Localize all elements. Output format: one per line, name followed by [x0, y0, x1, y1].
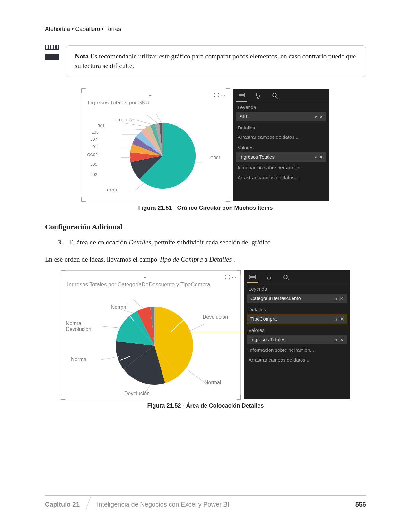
svg-rect-26 — [250, 278, 256, 279]
pie-label: Normal — [71, 357, 88, 362]
svg-line-7 — [125, 123, 148, 127]
pie-label: Normal — [66, 321, 83, 326]
figure-caption: Figura 21.52 - Área de Colocación Detall… — [45, 403, 366, 409]
svg-line-9 — [147, 115, 158, 124]
svg-line-24 — [133, 300, 144, 309]
pie-label: Devolución — [124, 391, 150, 396]
note-block: Nota Es recomendable utilizar este gráfi… — [45, 45, 366, 77]
pie-chart-card-2: ≡ ⛶ ··· Ingresos Totales por CategoríaDe… — [61, 270, 241, 399]
pie-label: Normal — [111, 305, 127, 310]
tooltip-header: Información sobre herramien... — [244, 345, 334, 355]
format-tab-icon[interactable] — [254, 92, 263, 100]
focus-mode-icon[interactable]: ⛶ — [214, 92, 219, 98]
details-placeholder[interactable]: Arrastrar campos de datos ... — [233, 132, 329, 142]
list-text: El área de colocación — [69, 238, 128, 246]
text: a — [205, 255, 209, 263]
format-tab-icon[interactable] — [265, 274, 274, 281]
svg-line-21 — [101, 356, 119, 360]
focus-mode-icon[interactable]: ⛶ — [225, 274, 230, 279]
details-header: Detalles — [233, 122, 329, 132]
more-options-icon[interactable]: ··· — [232, 274, 236, 279]
drag-handle-icon[interactable]: ≡ — [66, 274, 225, 279]
chapter-label: Capítulo 21 — [45, 501, 89, 508]
page-footer: Capítulo 21 Inteligencia de Negocios con… — [45, 495, 366, 508]
analytics-tab-icon[interactable] — [271, 92, 279, 100]
chip-label: Ingresos Totales — [250, 337, 285, 342]
text-italic: Detalles — [209, 255, 232, 263]
chip-label: TipoCompra — [250, 316, 277, 322]
chart-title: Ingresos Totales por SKU — [84, 99, 227, 107]
book-title: Inteligencia de Negocios con Excel y Pow… — [89, 501, 355, 508]
pie-label: L07 — [90, 137, 97, 142]
analytics-tab-icon[interactable] — [282, 274, 290, 281]
pie-label: L05 — [90, 162, 97, 167]
text: . — [233, 255, 235, 263]
pie-label: Devolución — [66, 326, 91, 332]
visualization-panel-2: Leyenda CategoríaDeDescuento ▼✕ Detalles… — [244, 270, 350, 399]
panel-tabs — [233, 89, 329, 101]
svg-line-8 — [130, 118, 153, 124]
svg-rect-25 — [250, 275, 256, 276]
remove-icon[interactable]: ✕ — [340, 296, 344, 301]
page-number: 556 — [355, 501, 366, 508]
pie-label: Devolución — [203, 314, 228, 320]
more-options-icon[interactable]: ··· — [221, 92, 225, 98]
svg-line-14 — [276, 97, 278, 99]
details-header: Detalles — [244, 304, 350, 314]
visualization-panel-1: Leyenda SKU ▼✕ Detalles Arrastrar campos… — [233, 89, 329, 201]
pie-label: Normal — [205, 380, 221, 386]
chevron-down-icon[interactable]: ▼ — [335, 338, 338, 342]
remove-icon[interactable]: ✕ — [319, 155, 323, 160]
svg-line-28 — [287, 279, 289, 280]
pie-label: C11 — [115, 118, 123, 122]
pie-label: CC01 — [107, 188, 118, 192]
list-number: 3. — [58, 238, 63, 246]
details-chip-highlight[interactable]: TipoCompra ▼✕ — [247, 314, 347, 324]
chart-title: Ingresos Totales por CategoríaDeDescuent… — [64, 281, 238, 289]
pie-label: CB01 — [210, 155, 221, 160]
tooltip-placeholder[interactable]: Arrastrar campos de datos ... — [233, 172, 329, 182]
figure-21-52: ≡ ⛶ ··· Ingresos Totales por CategoríaDe… — [61, 270, 350, 399]
legend-header: Leyenda — [244, 283, 350, 293]
fields-tab-icon[interactable] — [238, 92, 246, 100]
fields-tab-icon[interactable] — [249, 274, 257, 281]
list-item-3: 3. El área de colocación Detalles, permi… — [58, 238, 366, 246]
pie-chart-card-1: ≡ ⛶ ··· Ingresos Totales por SKU — [82, 89, 230, 201]
pie-label: C12 — [126, 118, 133, 122]
text: En ese orden de ideas, llevamos el campo — [45, 255, 159, 263]
legend-header: Leyenda — [233, 101, 329, 111]
pie-label: L02 — [90, 172, 97, 177]
chip-label: CategoríaDeDescuento — [250, 296, 301, 301]
callout-connector — [183, 332, 247, 332]
tooltip-placeholder[interactable]: Arrastrar campos de datos ... — [244, 355, 350, 365]
svg-line-22 — [101, 326, 121, 328]
legend-chip[interactable]: CategoríaDeDescuento ▼✕ — [247, 294, 347, 303]
notebook-icon — [45, 47, 59, 60]
note-box: Nota Es recomendable utilizar este gráfi… — [66, 45, 366, 77]
author-line: Atehortúa • Caballero • Torres — [45, 26, 366, 32]
chevron-down-icon[interactable]: ▼ — [314, 155, 318, 159]
svg-point-13 — [273, 93, 276, 97]
pie-label: L03 — [92, 130, 99, 135]
remove-icon[interactable]: ✕ — [340, 317, 344, 322]
chevron-down-icon[interactable]: ▼ — [335, 317, 338, 321]
figure-caption: Figura 21.51 - Gráfico Circular con Much… — [45, 205, 366, 211]
remove-icon[interactable]: ✕ — [319, 114, 323, 119]
note-body: Es recomendable utilizar este gráfico pa… — [75, 52, 356, 70]
paragraph: En ese orden de ideas, llevamos el campo… — [45, 255, 366, 263]
svg-rect-11 — [239, 93, 245, 94]
values-chip[interactable]: Ingresos Totales ▼✕ — [236, 152, 326, 162]
list-text: permite subdividir cada sección del gráf… — [154, 238, 271, 246]
drag-handle-icon[interactable]: ≡ — [86, 92, 214, 97]
pie-label: CC02 — [87, 152, 98, 157]
note-label: Nota — [75, 52, 89, 60]
values-chip[interactable]: Ingresos Totales ▼✕ — [247, 335, 347, 344]
chip-label: Ingresos Totales — [240, 154, 275, 160]
values-header: Valores — [244, 324, 350, 334]
chevron-down-icon[interactable]: ▼ — [335, 297, 338, 301]
tooltip-header: Información sobre herramien... — [233, 162, 323, 172]
legend-chip[interactable]: SKU ▼✕ — [236, 112, 326, 121]
chevron-down-icon[interactable]: ▼ — [314, 115, 318, 119]
svg-line-10 — [156, 114, 161, 123]
remove-icon[interactable]: ✕ — [340, 337, 344, 342]
